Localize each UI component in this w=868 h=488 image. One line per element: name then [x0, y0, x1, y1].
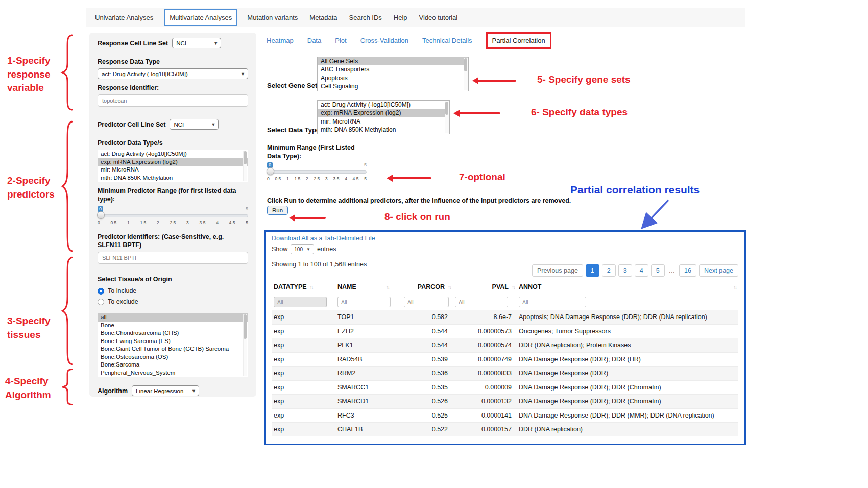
- list-option[interactable]: Peripheral_Nervous_System: [98, 369, 248, 377]
- list-option[interactable]: Bone:Sarcoma: [98, 361, 248, 369]
- next-page-button[interactable]: Next page: [699, 264, 738, 277]
- radio-to-include[interactable]: To include: [98, 287, 248, 295]
- response-identifier-input[interactable]: [98, 94, 248, 107]
- scrollbar-thumb[interactable]: [445, 102, 448, 115]
- nav-metadata[interactable]: Metadata: [308, 10, 338, 26]
- scrollbar-thumb[interactable]: [464, 58, 467, 71]
- list-option[interactable]: mir: MicroRNA: [98, 166, 248, 174]
- list-option-selected[interactable]: All Gene Sets: [318, 57, 468, 65]
- tab-technical-details[interactable]: Technical Details: [422, 37, 472, 44]
- column-header-datatype[interactable]: DATATYPE ↑↓: [272, 283, 335, 290]
- tab-cross-validation[interactable]: Cross-Validation: [360, 37, 408, 44]
- algorithm-select[interactable]: Linear Regression ▼: [132, 385, 199, 396]
- chevron-down-icon: ▼: [240, 71, 245, 77]
- chevron-down-icon: ▼: [213, 41, 218, 46]
- scrollbar-track[interactable]: [445, 101, 449, 133]
- page-button-1[interactable]: 1: [586, 264, 599, 277]
- slider-handle[interactable]: [97, 211, 105, 219]
- sort-icon[interactable]: ↑↓: [386, 284, 389, 290]
- page-button-4[interactable]: 4: [635, 264, 648, 277]
- response-cell-line-select[interactable]: NCI ▼: [172, 38, 221, 48]
- filter-input-parcor[interactable]: [404, 297, 449, 307]
- sort-icon[interactable]: ↑↓: [733, 284, 736, 290]
- scrollbar-thumb[interactable]: [244, 151, 247, 164]
- annotation-step1-line2: response: [7, 68, 50, 82]
- predictor-data-types-list[interactable]: act: Drug Activity (-log10[IC50M]) exp: …: [98, 150, 248, 182]
- list-option-selected[interactable]: all: [98, 313, 248, 322]
- list-option[interactable]: Bone:Chondrosarcoma (CHS): [98, 329, 248, 337]
- tab-partial-correlation[interactable]: Partial Correlation: [486, 32, 551, 49]
- slider-track[interactable]: [267, 170, 367, 174]
- list-option[interactable]: act: Drug Activity (-log10[IC50M]): [98, 150, 248, 158]
- column-header-annot[interactable]: ANNOT ↑↓: [517, 283, 738, 290]
- tab-data[interactable]: Data: [307, 37, 321, 44]
- sort-icon[interactable]: ↑↓: [448, 284, 451, 290]
- radio-button-icon[interactable]: [98, 299, 104, 305]
- list-option[interactable]: mth: DNA 850K Methylation: [318, 126, 449, 134]
- table-row[interactable]: exp SMARCD1 0.526 0.0000132 DNA Damage R…: [272, 394, 738, 408]
- download-tab-delimited-link[interactable]: Download All as a Tab-Delimited File: [272, 235, 375, 242]
- slider-tick-label: 1: [127, 220, 130, 225]
- list-option-selected[interactable]: exp: mRNA Expression (log2): [98, 158, 248, 166]
- gene-sets-list[interactable]: All Gene Sets ABC Transporters Apoptosis…: [317, 57, 469, 91]
- sort-icon[interactable]: ↑↓: [310, 284, 313, 290]
- entries-count-select[interactable]: 100 ▼: [291, 244, 314, 254]
- list-option[interactable]: Bone:Giant Cell Tumor of Bone (GCTB) Sar…: [98, 345, 248, 353]
- list-option[interactable]: Bone:Osteosarcoma (OS): [98, 353, 248, 361]
- page-button-3[interactable]: 3: [618, 264, 632, 277]
- table-row[interactable]: exp RFC3 0.525 0.0000141 DNA Damage Resp…: [272, 408, 738, 423]
- nav-univariate-analyses[interactable]: Univariate Analyses: [94, 10, 154, 26]
- previous-page-button[interactable]: Previous page: [532, 264, 583, 277]
- scrollbar-track[interactable]: [243, 314, 247, 376]
- table-row[interactable]: exp PLK1 0.544 0.00000574 DDR (DNA repli…: [272, 338, 738, 352]
- scrollbar-thumb[interactable]: [244, 314, 247, 339]
- column-header-pval[interactable]: PVAL ↑↓: [453, 283, 517, 290]
- cell-name: TOP1: [335, 313, 402, 321]
- list-option-selected[interactable]: exp: mRNA Expression (log2): [318, 109, 449, 117]
- table-row[interactable]: exp EZH2 0.544 0.00000573 Oncogenes; Tum…: [272, 324, 738, 338]
- table-row[interactable]: exp RRM2 0.536 0.00000833 DNA Damage Res…: [272, 366, 738, 380]
- table-row[interactable]: exp SMARCC1 0.535 0.000009 DNA Damage Re…: [272, 380, 738, 395]
- list-option[interactable]: Apoptosis: [318, 74, 468, 82]
- data-types-list[interactable]: act: Drug Activity (-log10[IC50M]) exp: …: [317, 100, 450, 134]
- page-button-5[interactable]: 5: [651, 264, 665, 277]
- nav-video-tutorial[interactable]: Video tutorial: [418, 10, 459, 26]
- slider-handle[interactable]: [267, 167, 274, 175]
- nav-search-ids[interactable]: Search IDs: [348, 10, 383, 26]
- list-option[interactable]: Bone: [98, 322, 248, 330]
- slider-tick-label: 5: [246, 220, 248, 225]
- predictor-identifiers-input[interactable]: [98, 252, 248, 264]
- page-button-2[interactable]: 2: [602, 264, 616, 277]
- list-option[interactable]: Bone:Ewing Sarcoma (ES): [98, 337, 248, 346]
- run-button[interactable]: Run: [267, 206, 288, 215]
- table-row[interactable]: exp TOP1 0.582 8.6e-7 Apoptosis; DNA Dam…: [272, 310, 738, 324]
- nav-mutation-variants[interactable]: Mutation variants: [246, 10, 299, 26]
- nav-help[interactable]: Help: [393, 10, 408, 26]
- list-option[interactable]: act: Drug Activity (-log10[IC50M]): [318, 101, 449, 109]
- radio-button-icon[interactable]: [98, 288, 104, 295]
- filter-input-pval[interactable]: [455, 297, 508, 307]
- predictor-cell-line-select[interactable]: NCI ▼: [170, 119, 219, 130]
- list-option[interactable]: mir: MicroRNA: [318, 117, 449, 126]
- scrollbar-track[interactable]: [464, 58, 468, 90]
- radio-to-exclude[interactable]: To exclude: [98, 298, 248, 306]
- slider-track[interactable]: [98, 214, 248, 217]
- nav-multivariate-analyses[interactable]: Multivariate Analyses: [164, 9, 237, 26]
- filter-input-annot[interactable]: [519, 297, 586, 307]
- list-option[interactable]: ABC Transporters: [318, 65, 468, 74]
- sort-icon[interactable]: ↑↓: [512, 284, 515, 290]
- page-button-16[interactable]: 16: [679, 264, 696, 277]
- filter-input-name[interactable]: [337, 297, 391, 307]
- tab-plot[interactable]: Plot: [335, 37, 346, 44]
- table-row[interactable]: exp RAD54B 0.539 0.00000749 DNA Damage R…: [272, 352, 738, 367]
- response-data-type-select[interactable]: act: Drug Activity (-log10[IC50M]) ▼: [98, 68, 248, 79]
- scrollbar-track[interactable]: [243, 151, 247, 181]
- tab-heatmap[interactable]: Heatmap: [267, 37, 294, 44]
- table-row[interactable]: exp CHAF1B 0.522 0.0000157 DDR (DNA repl…: [272, 422, 738, 436]
- column-header-name[interactable]: NAME ↑↓: [335, 283, 402, 290]
- filter-input-datatype[interactable]: [274, 297, 327, 307]
- column-header-parcor[interactable]: PARCOR ↑↓: [402, 283, 453, 290]
- tissue-origin-list[interactable]: all Bone Bone:Chondrosarcoma (CHS) Bone:…: [98, 313, 248, 377]
- list-option[interactable]: Cell Signaling: [318, 82, 468, 90]
- list-option[interactable]: mth: DNA 850K Methylation: [98, 174, 248, 182]
